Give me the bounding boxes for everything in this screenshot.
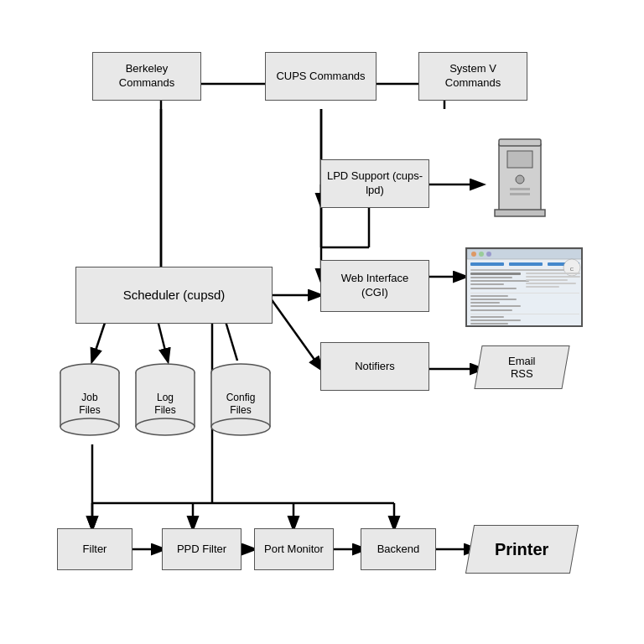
lpd-label: LPD Support (cups-lpd) xyxy=(326,169,423,198)
log-files-cylinder: Log Files xyxy=(132,361,198,440)
port-monitor-box: Port Monitor xyxy=(254,528,334,570)
svg-rect-59 xyxy=(470,293,579,293)
svg-rect-39 xyxy=(467,249,583,259)
svg-rect-46 xyxy=(470,269,579,271)
svg-rect-36 xyxy=(495,210,545,216)
web-interface-box: Web Interface (CGI) xyxy=(320,260,429,312)
notifiers-label: Notifiers xyxy=(355,360,395,374)
email-rss-label: EmailRSS xyxy=(508,355,536,380)
systemv-label: System V Commands xyxy=(424,62,522,91)
svg-rect-34 xyxy=(510,188,530,190)
svg-point-80 xyxy=(136,418,195,435)
backend-box: Backend xyxy=(361,528,436,570)
svg-rect-37 xyxy=(499,139,541,146)
svg-rect-48 xyxy=(470,277,512,278)
berkeley-commands-box: Berkeley Commands xyxy=(92,52,201,101)
svg-rect-63 xyxy=(470,305,521,307)
svg-rect-44 xyxy=(509,262,543,266)
svg-rect-58 xyxy=(526,286,559,288)
berkeley-label: Berkeley Commands xyxy=(98,62,195,91)
svg-line-9 xyxy=(268,295,321,369)
svg-rect-47 xyxy=(470,273,521,275)
printer-label: Printer xyxy=(495,540,548,559)
web-interface-label: Web Interface (CGI) xyxy=(326,272,423,300)
svg-text:Config: Config xyxy=(226,392,256,403)
svg-rect-62 xyxy=(470,302,500,304)
svg-rect-57 xyxy=(526,283,576,284)
systemv-commands-box: System V Commands xyxy=(418,52,527,101)
svg-text:Job: Job xyxy=(81,392,98,403)
svg-rect-67 xyxy=(470,319,521,321)
diagram: Berkeley Commands CUPS Commands System V… xyxy=(0,0,644,644)
svg-rect-49 xyxy=(470,280,529,282)
svg-rect-65 xyxy=(470,314,579,314)
lpd-support-box: LPD Support (cups-lpd) xyxy=(320,159,429,208)
svg-rect-50 xyxy=(470,283,504,285)
scheduler-box: Scheduler (cupsd) xyxy=(75,267,273,324)
svg-rect-43 xyxy=(470,262,504,266)
scheduler-label: Scheduler (cupsd) xyxy=(123,287,226,304)
svg-text:Files: Files xyxy=(154,404,175,416)
config-files-cylinder: Config Files xyxy=(208,361,273,440)
svg-point-41 xyxy=(479,252,484,257)
svg-rect-51 xyxy=(470,288,517,289)
svg-rect-54 xyxy=(526,273,580,274)
svg-text:Log: Log xyxy=(157,392,174,403)
svg-rect-35 xyxy=(510,193,530,195)
notifiers-box: Notifiers xyxy=(320,342,429,391)
svg-text:Files: Files xyxy=(230,404,251,416)
svg-text:Files: Files xyxy=(79,404,100,416)
svg-rect-32 xyxy=(507,151,532,168)
backend-label: Backend xyxy=(377,543,420,557)
email-rss-box: EmailRSS xyxy=(474,345,569,389)
svg-rect-61 xyxy=(470,299,517,300)
ppd-filter-box: PPD Filter xyxy=(162,528,242,570)
web-screenshot-thumbnail: C xyxy=(465,247,583,327)
svg-rect-66 xyxy=(470,316,504,318)
job-files-cylinder: Job Files xyxy=(57,361,122,440)
computer-tower-icon xyxy=(486,136,562,228)
svg-rect-55 xyxy=(526,276,580,278)
svg-point-33 xyxy=(516,175,524,184)
svg-text:C: C xyxy=(570,267,574,272)
port-monitor-label: Port Monitor xyxy=(264,543,324,557)
cups-commands-label: CUPS Commands xyxy=(276,70,365,84)
svg-point-40 xyxy=(471,252,476,257)
svg-rect-68 xyxy=(470,323,508,325)
filter-label: Filter xyxy=(83,543,107,557)
svg-point-73 xyxy=(60,418,119,435)
ppd-filter-label: PPD Filter xyxy=(177,543,226,557)
printer-box: Printer xyxy=(465,525,579,574)
svg-point-42 xyxy=(486,252,491,257)
filter-box: Filter xyxy=(57,528,132,570)
svg-rect-64 xyxy=(470,309,512,311)
svg-point-87 xyxy=(211,418,270,435)
cups-commands-box: CUPS Commands xyxy=(265,52,377,101)
svg-rect-60 xyxy=(470,295,508,297)
svg-rect-56 xyxy=(526,279,568,281)
